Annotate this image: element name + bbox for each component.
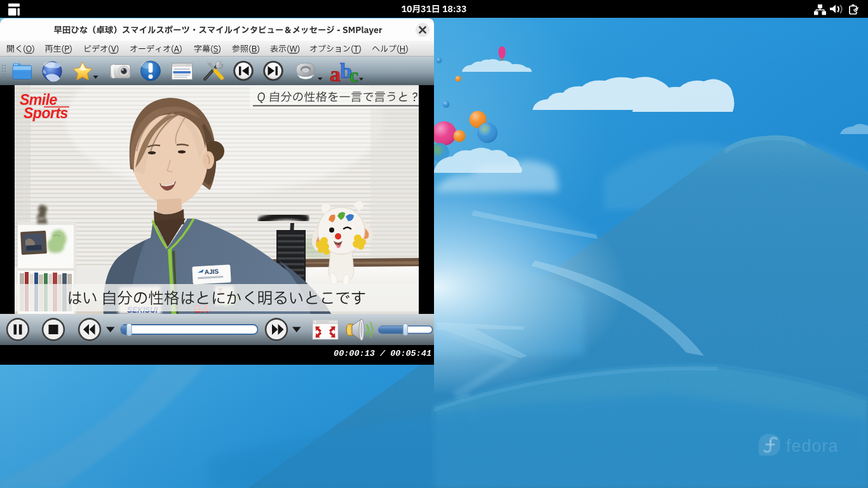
svg-text:AJIS: AJIS — [204, 268, 219, 275]
svg-text:a: a — [330, 62, 341, 86]
svg-text:c: c — [349, 64, 358, 85]
svg-text:fedora: fedora — [786, 437, 839, 456]
